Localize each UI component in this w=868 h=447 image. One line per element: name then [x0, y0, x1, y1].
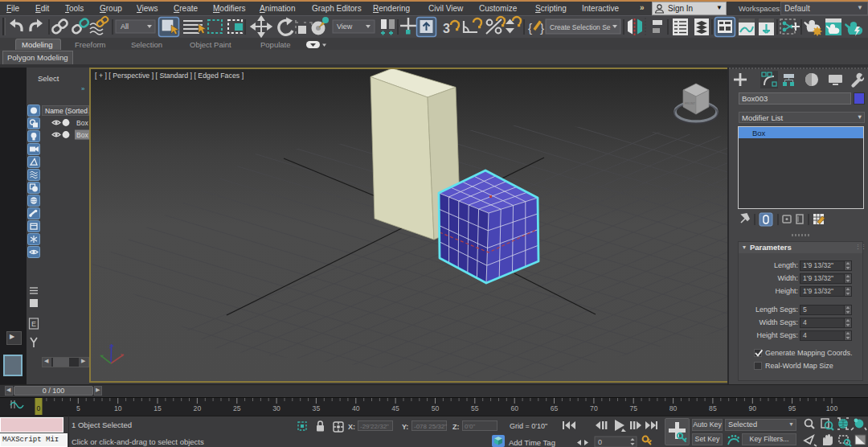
svg-text:55: 55 — [471, 404, 479, 412]
svg-text:{: { — [528, 21, 532, 35]
svg-text:25: 25 — [233, 404, 241, 412]
svg-text:85: 85 — [709, 404, 717, 412]
svg-text:65: 65 — [551, 404, 559, 412]
svg-text:All: All — [121, 23, 129, 31]
svg-text:90: 90 — [749, 404, 757, 412]
svg-text:Box: Box — [76, 119, 88, 127]
svg-text:75: 75 — [629, 404, 637, 412]
svg-text:Create Selection Se: Create Selection Se — [550, 23, 611, 31]
svg-text:5: 5 — [76, 404, 80, 412]
svg-text:3: 3 — [443, 22, 450, 35]
svg-text:95: 95 — [788, 404, 796, 412]
svg-text:0: 0 — [598, 438, 602, 446]
svg-text:10: 10 — [114, 404, 122, 412]
svg-text:Box: Box — [76, 131, 88, 139]
svg-text:60: 60 — [510, 404, 518, 412]
svg-text:0: 0 — [37, 404, 41, 412]
svg-text:35: 35 — [313, 404, 321, 412]
svg-text:45: 45 — [391, 404, 399, 412]
svg-text:70: 70 — [590, 404, 598, 412]
svg-text:15: 15 — [154, 404, 162, 412]
svg-text:40: 40 — [352, 404, 360, 412]
svg-text:View: View — [337, 23, 353, 31]
svg-text:FRONT: FRONT — [685, 102, 696, 105]
svg-text:100: 100 — [826, 404, 838, 412]
svg-text:80: 80 — [669, 404, 678, 412]
svg-text:20: 20 — [194, 404, 202, 412]
svg-text:[ + ] [ Perspective ] [ Standa: [ + ] [ Perspective ] [ Standard ] [ Edg… — [95, 72, 244, 80]
svg-text:50: 50 — [432, 404, 440, 412]
svg-text:30: 30 — [272, 404, 280, 412]
